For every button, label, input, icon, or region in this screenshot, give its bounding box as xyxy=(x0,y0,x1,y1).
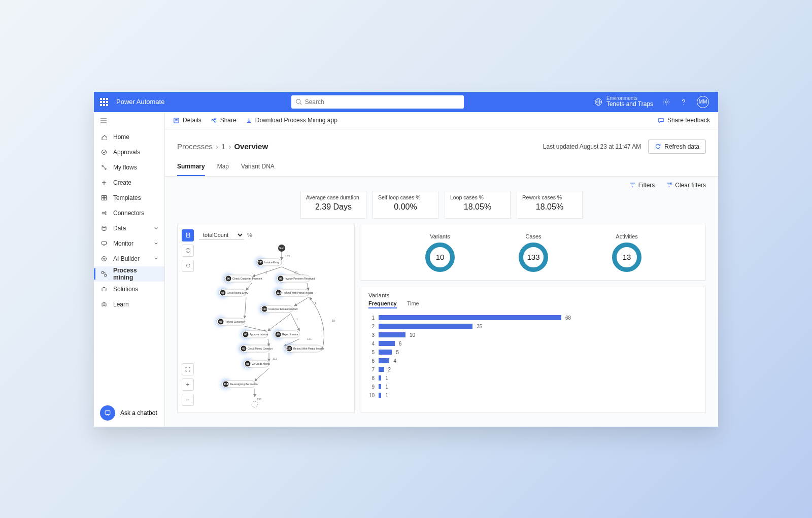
filters-button[interactable]: Filters xyxy=(629,182,655,189)
sidebar: HomeApprovalsMy flowsCreateTemplatesConn… xyxy=(94,112,165,427)
app-launcher-button[interactable] xyxy=(94,98,114,106)
chart-idx: 7 xyxy=(368,367,375,372)
cmd-details[interactable]: Details xyxy=(173,117,201,124)
map-tool-data[interactable] xyxy=(182,229,194,241)
sidebar-item-home[interactable]: Home xyxy=(94,129,164,145)
content-grid: Average case duration2.39 DaysSelf loop … xyxy=(165,191,718,421)
environment-picker[interactable]: Environments Tenets and Traps xyxy=(594,95,653,108)
sidebar-item-create[interactable]: Create xyxy=(94,175,164,190)
chart-row: 64 xyxy=(368,357,698,365)
sidebar-item-monitor[interactable]: Monitor xyxy=(94,236,164,251)
sidebar-item-process-mining[interactable]: Process mining xyxy=(94,266,164,282)
plus-icon xyxy=(100,180,108,186)
sidebar-item-learn[interactable]: Learn xyxy=(94,297,164,312)
svg-point-10 xyxy=(102,150,107,154)
variant-tab-time[interactable]: Time xyxy=(407,300,419,308)
process-map-card: totalCount % + − Start 133 36311 xyxy=(177,225,355,412)
kpi-row: Average case duration2.39 DaysSelf loop … xyxy=(177,191,706,219)
svg-text:113: 113 xyxy=(262,307,267,310)
app-window: Power Automate Environments Tenets and T… xyxy=(94,92,718,427)
home-icon xyxy=(100,134,108,140)
svg-text:Customer Escalation Alert: Customer Escalation Alert xyxy=(268,307,298,310)
download-icon xyxy=(246,117,252,124)
zoom-in-button[interactable]: + xyxy=(182,378,194,391)
svg-line-1 xyxy=(300,103,301,105)
refresh-icon xyxy=(655,143,661,150)
zoom-fit-button[interactable] xyxy=(182,363,194,375)
tab-variant-dna[interactable]: Variant DNA xyxy=(241,161,275,176)
tab-summary[interactable]: Summary xyxy=(177,161,205,176)
kpi-card: Rework cases %18.05% xyxy=(517,191,583,219)
search-box[interactable] xyxy=(291,95,464,109)
fullscreen-icon xyxy=(185,367,190,372)
sidebar-item-connectors[interactable]: Connectors xyxy=(94,205,164,221)
breadcrumb-mid[interactable]: 1 xyxy=(221,142,225,151)
svg-rect-34 xyxy=(105,274,107,277)
svg-rect-25 xyxy=(102,241,107,245)
svg-text:65: 65 xyxy=(242,347,245,350)
map-metric-dropdown[interactable]: totalCount % xyxy=(199,230,252,240)
cmd-share[interactable]: Share xyxy=(211,117,236,124)
nav-label: Connectors xyxy=(113,210,144,217)
variant-tab-frequency[interactable]: Frequency xyxy=(368,300,397,308)
chatbot-icon xyxy=(100,405,115,421)
topbar: Power Automate Environments Tenets and T… xyxy=(94,92,718,112)
chart-idx: 4 xyxy=(368,341,375,347)
chatbot-button[interactable]: Ask a chatbot xyxy=(94,399,164,427)
avatar[interactable]: MM xyxy=(697,96,709,108)
cmd-download[interactable]: Download Process Mining app xyxy=(246,117,337,124)
svg-text:VA Credit Memo: VA Credit Memo xyxy=(252,362,270,365)
clear-filters-button[interactable]: Clear filters xyxy=(666,182,706,189)
map-metric-select[interactable]: totalCount xyxy=(199,230,244,240)
svg-text:Re-assigning the Invoice: Re-assigning the Invoice xyxy=(230,382,258,385)
help-icon[interactable] xyxy=(680,98,688,106)
svg-text:Credit Memo Creation: Credit Memo Creation xyxy=(248,347,273,350)
nav-collapse-button[interactable] xyxy=(94,112,164,129)
zoom-out-button[interactable]: − xyxy=(182,394,194,406)
chevron-down-icon xyxy=(154,255,158,262)
svg-text:113: 113 xyxy=(273,357,277,360)
sidebar-item-my-flows[interactable]: My flows xyxy=(94,160,164,175)
chart-row: 91 xyxy=(368,383,698,391)
search-icon xyxy=(295,98,302,105)
nav-label: AI Builder xyxy=(113,255,140,262)
process-map-svg[interactable]: Start 133 3631110121113133133Invoice Ent… xyxy=(208,243,355,410)
refresh-button[interactable]: Refresh data xyxy=(648,140,706,154)
map-tool-duration[interactable] xyxy=(182,245,194,257)
chart-row: 81 xyxy=(368,374,698,383)
svg-text:Invoice Entry: Invoice Entry xyxy=(264,260,279,263)
sidebar-item-approvals[interactable]: Approvals xyxy=(94,145,164,160)
environments-label: Environments xyxy=(606,95,653,101)
cmd-feedback[interactable]: Share feedback xyxy=(658,117,710,124)
map-tool-replay[interactable] xyxy=(182,260,194,272)
breadcrumb-current: Overview xyxy=(234,142,268,151)
data-icon xyxy=(100,225,108,231)
tab-map[interactable]: Map xyxy=(217,161,229,176)
svg-line-23 xyxy=(104,213,105,214)
sidebar-item-solutions[interactable]: Solutions xyxy=(94,282,164,297)
nav-label: Solutions xyxy=(113,286,138,293)
svg-text:Reject Invoice: Reject Invoice xyxy=(282,332,298,335)
sidebar-item-data[interactable]: Data xyxy=(94,221,164,236)
connectors-icon xyxy=(100,210,108,216)
page-header: Processes›1›Overview Last updated August… xyxy=(165,129,718,157)
sidebar-item-templates[interactable]: Templates xyxy=(94,190,164,205)
chart-idx: 9 xyxy=(368,384,375,390)
stats-card: Variants10Cases133Activities13 xyxy=(361,225,706,281)
topbar-right: Environments Tenets and Traps MM xyxy=(590,95,718,108)
svg-text:Start: Start xyxy=(279,247,284,250)
sidebar-item-ai-builder[interactable]: AI Builder xyxy=(94,251,164,266)
chart-idx: 6 xyxy=(368,358,375,364)
stat-ring: 10 xyxy=(425,243,455,272)
svg-point-5 xyxy=(665,100,667,102)
svg-rect-18 xyxy=(105,198,107,200)
hamburger-icon xyxy=(100,117,107,124)
variants-card: Variants Frequency Time 1682353104655647… xyxy=(361,287,706,412)
svg-text:327: 327 xyxy=(287,347,292,350)
chart-value: 5 xyxy=(396,350,399,355)
search-input[interactable] xyxy=(305,98,460,106)
svg-rect-33 xyxy=(101,271,104,273)
breadcrumb-root[interactable]: Processes xyxy=(177,142,213,151)
gear-icon[interactable] xyxy=(662,98,670,106)
svg-point-126 xyxy=(252,401,258,407)
